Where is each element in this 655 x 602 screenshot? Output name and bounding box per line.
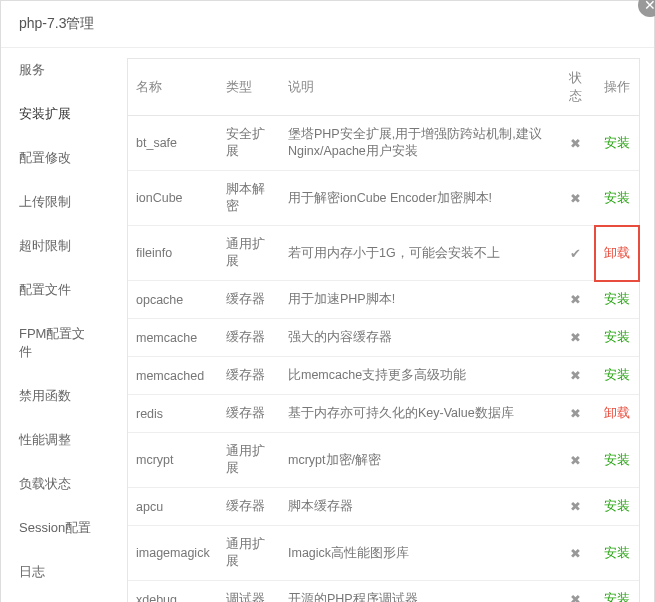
- cell-desc: Imagick高性能图形库: [280, 526, 555, 581]
- extensions-tbody: bt_safe安全扩展堡塔PHP安全扩展,用于增强防跨站机制,建议Nginx/A…: [128, 116, 639, 603]
- sidebar-item-3[interactable]: 上传限制: [1, 180, 113, 224]
- th-type: 类型: [218, 59, 280, 116]
- cell-status: ✖: [555, 395, 595, 433]
- sidebar-item-0[interactable]: 服务: [1, 48, 113, 92]
- table-row: memcached缓存器比memcache支持更多高级功能✖安装: [128, 357, 639, 395]
- table-row: redis缓存器基于内存亦可持久化的Key-Value数据库✖卸载: [128, 395, 639, 433]
- cell-type: 通用扩展: [218, 433, 280, 488]
- cell-type: 缓存器: [218, 281, 280, 319]
- th-action: 操作: [595, 59, 639, 116]
- cell-action: 卸载: [595, 395, 639, 433]
- cell-status: ✖: [555, 319, 595, 357]
- install-button[interactable]: 安装: [604, 368, 630, 382]
- cell-name: ionCube: [128, 171, 218, 226]
- cell-desc: 用于解密ionCube Encoder加密脚本!: [280, 171, 555, 226]
- modal-title: php-7.3管理: [1, 1, 654, 48]
- cell-action: 安装: [595, 433, 639, 488]
- install-button[interactable]: 安装: [604, 191, 630, 205]
- table-row: imagemagick通用扩展Imagick高性能图形库✖安装: [128, 526, 639, 581]
- table-row: xdebug调试器开源的PHP程序调试器✖安装: [128, 581, 639, 603]
- cell-type: 安全扩展: [218, 116, 280, 171]
- sidebar-item-1[interactable]: 安装扩展: [1, 92, 113, 136]
- cell-action: 安装: [595, 526, 639, 581]
- cell-status: ✖: [555, 581, 595, 603]
- cell-action: 安装: [595, 171, 639, 226]
- install-button[interactable]: 安装: [604, 592, 630, 602]
- cell-type: 通用扩展: [218, 526, 280, 581]
- cell-name: apcu: [128, 488, 218, 526]
- cell-desc: 堡塔PHP安全扩展,用于增强防跨站机制,建议Nginx/Apache用户安装: [280, 116, 555, 171]
- extensions-table: 名称 类型 说明 状态 操作 bt_safe安全扩展堡塔PHP安全扩展,用于增强…: [128, 59, 639, 602]
- cell-name: opcache: [128, 281, 218, 319]
- sidebar-item-6[interactable]: FPM配置文件: [1, 312, 113, 374]
- cell-action: 安装: [595, 488, 639, 526]
- cell-desc: mcrypt加密/解密: [280, 433, 555, 488]
- sidebar-item-8[interactable]: 性能调整: [1, 418, 113, 462]
- cell-action: 卸载: [595, 226, 639, 281]
- cell-type: 缓存器: [218, 395, 280, 433]
- sidebar-item-5[interactable]: 配置文件: [1, 268, 113, 312]
- cell-desc: 基于内存亦可持久化的Key-Value数据库: [280, 395, 555, 433]
- cell-status: ✖: [555, 526, 595, 581]
- cell-status: ✖: [555, 281, 595, 319]
- cell-action: 安装: [595, 319, 639, 357]
- cell-desc: 脚本缓存器: [280, 488, 555, 526]
- cell-status: ✖: [555, 171, 595, 226]
- cell-action: 安装: [595, 281, 639, 319]
- cell-desc: 强大的内容缓存器: [280, 319, 555, 357]
- cell-status: ✔: [555, 226, 595, 281]
- th-name: 名称: [128, 59, 218, 116]
- sidebar-item-7[interactable]: 禁用函数: [1, 374, 113, 418]
- uninstall-button[interactable]: 卸载: [604, 406, 630, 420]
- install-button[interactable]: 安装: [604, 136, 630, 150]
- sidebar-item-4[interactable]: 超时限制: [1, 224, 113, 268]
- sidebar-item-10[interactable]: Session配置: [1, 506, 113, 550]
- table-row: apcu缓存器脚本缓存器✖安装: [128, 488, 639, 526]
- cell-status: ✖: [555, 488, 595, 526]
- table-row: fileinfo通用扩展若可用内存小于1G，可能会安装不上✔卸载: [128, 226, 639, 281]
- cell-name: redis: [128, 395, 218, 433]
- install-button[interactable]: 安装: [604, 330, 630, 344]
- cell-type: 调试器: [218, 581, 280, 603]
- cell-type: 缓存器: [218, 319, 280, 357]
- cell-action: 安装: [595, 357, 639, 395]
- sidebar-item-9[interactable]: 负载状态: [1, 462, 113, 506]
- table-row: opcache缓存器用于加速PHP脚本!✖安装: [128, 281, 639, 319]
- cell-desc: 用于加速PHP脚本!: [280, 281, 555, 319]
- cell-desc: 比memcache支持更多高级功能: [280, 357, 555, 395]
- cell-action: 安装: [595, 581, 639, 603]
- table-row: ionCube脚本解密用于解密ionCube Encoder加密脚本!✖安装: [128, 171, 639, 226]
- cell-desc: 若可用内存小于1G，可能会安装不上: [280, 226, 555, 281]
- install-button[interactable]: 安装: [604, 499, 630, 513]
- cell-desc: 开源的PHP程序调试器: [280, 581, 555, 603]
- sidebar: 服务安装扩展配置修改上传限制超时限制配置文件FPM配置文件禁用函数性能调整负载状…: [1, 48, 113, 602]
- cell-action: 安装: [595, 116, 639, 171]
- cell-type: 脚本解密: [218, 171, 280, 226]
- sidebar-item-2[interactable]: 配置修改: [1, 136, 113, 180]
- table-row: bt_safe安全扩展堡塔PHP安全扩展,用于增强防跨站机制,建议Nginx/A…: [128, 116, 639, 171]
- install-button[interactable]: 安装: [604, 546, 630, 560]
- cell-type: 通用扩展: [218, 226, 280, 281]
- cell-type: 缓存器: [218, 357, 280, 395]
- content-area: 名称 类型 说明 状态 操作 bt_safe安全扩展堡塔PHP安全扩展,用于增强…: [113, 48, 654, 602]
- th-status: 状态: [555, 59, 595, 116]
- th-desc: 说明: [280, 59, 555, 116]
- uninstall-button[interactable]: 卸载: [604, 246, 630, 260]
- cell-status: ✖: [555, 357, 595, 395]
- cell-name: imagemagick: [128, 526, 218, 581]
- cell-name: fileinfo: [128, 226, 218, 281]
- cell-name: bt_safe: [128, 116, 218, 171]
- php-manage-modal: ✕ php-7.3管理 服务安装扩展配置修改上传限制超时限制配置文件FPM配置文…: [0, 0, 655, 602]
- cell-name: mcrypt: [128, 433, 218, 488]
- cell-status: ✖: [555, 433, 595, 488]
- cell-name: xdebug: [128, 581, 218, 603]
- install-button[interactable]: 安装: [604, 292, 630, 306]
- install-button[interactable]: 安装: [604, 453, 630, 467]
- cell-status: ✖: [555, 116, 595, 171]
- cell-name: memcache: [128, 319, 218, 357]
- table-row: memcache缓存器强大的内容缓存器✖安装: [128, 319, 639, 357]
- sidebar-item-12[interactable]: 慢日志: [1, 594, 113, 602]
- cell-name: memcached: [128, 357, 218, 395]
- sidebar-item-11[interactable]: 日志: [1, 550, 113, 594]
- cell-type: 缓存器: [218, 488, 280, 526]
